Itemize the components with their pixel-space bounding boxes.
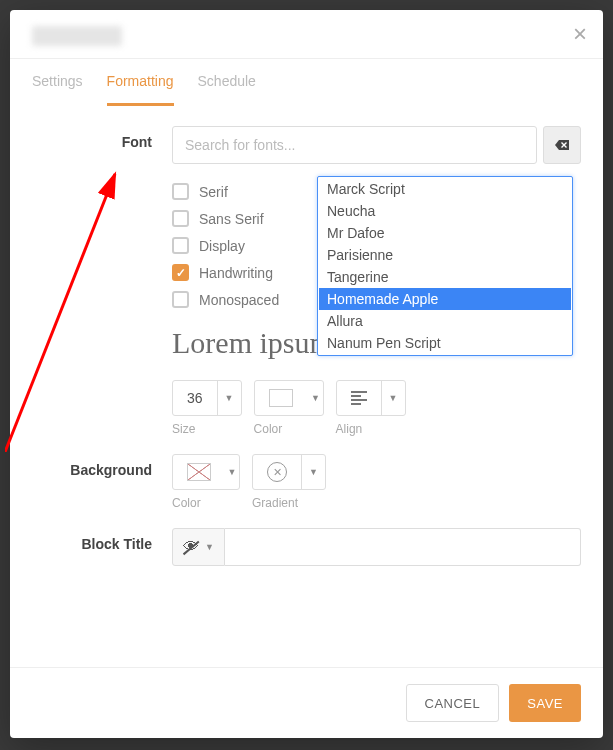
font-option-selected[interactable]: Homemade Apple (319, 288, 571, 310)
font-option[interactable]: Allura (319, 310, 571, 332)
chevron-down-icon[interactable]: ▼ (225, 455, 239, 489)
backspace-icon (555, 140, 569, 150)
font-search-input[interactable] (172, 126, 537, 164)
tab-settings[interactable]: Settings (32, 59, 83, 106)
modal-header (10, 10, 603, 59)
checkbox[interactable] (172, 264, 189, 281)
save-button[interactable]: SAVE (509, 684, 581, 722)
background-label: Background (32, 454, 172, 478)
checkbox[interactable] (172, 183, 189, 200)
chevron-down-icon[interactable]: ▼ (217, 381, 241, 415)
filter-label: Display (199, 238, 245, 254)
font-option[interactable]: Marck Script (319, 178, 571, 200)
modal-footer: CANCEL SAVE (10, 667, 603, 738)
align-label: Align (336, 422, 406, 436)
clear-search-button[interactable] (543, 126, 581, 164)
block-title-label: Block Title (32, 528, 172, 552)
font-option[interactable]: Tangerine (319, 266, 571, 288)
font-dropdown[interactable]: Marck Script Neucha Mr Dafoe Parisienne … (317, 176, 573, 356)
color-label: Color (254, 422, 324, 436)
bg-color-label: Color (172, 496, 240, 510)
tab-formatting[interactable]: Formatting (107, 59, 174, 106)
font-option[interactable]: Nanum Pen Script (319, 332, 571, 354)
font-option[interactable]: Mr Dafoe (319, 222, 571, 244)
size-value: 36 (173, 390, 217, 406)
logo (32, 26, 122, 46)
font-option[interactable]: Neucha (319, 200, 571, 222)
chevron-down-icon[interactable]: ▼ (309, 381, 323, 415)
close-icon[interactable]: × (573, 22, 587, 46)
chevron-down-icon: ▼ (205, 542, 214, 552)
font-option[interactable]: Parisienne (319, 244, 571, 266)
filter-label: Sans Serif (199, 211, 264, 227)
size-select[interactable]: 36 ▼ (172, 380, 242, 416)
none-icon: ✕ (267, 462, 287, 482)
chevron-down-icon[interactable]: ▼ (381, 381, 405, 415)
color-swatch (269, 389, 293, 407)
align-select[interactable]: ▼ (336, 380, 406, 416)
size-label: Size (172, 422, 242, 436)
checkbox[interactable] (172, 237, 189, 254)
align-left-icon (351, 391, 367, 405)
tab-schedule[interactable]: Schedule (198, 59, 256, 106)
tabs: Settings Formatting Schedule (10, 59, 603, 106)
no-color-icon (187, 463, 211, 481)
checkbox[interactable] (172, 210, 189, 227)
eye-off-icon: 👁 (183, 538, 199, 556)
bg-color-select[interactable]: ▼ (172, 454, 240, 490)
chevron-down-icon[interactable]: ▼ (301, 455, 325, 489)
font-label: Font (32, 126, 172, 150)
settings-modal: × Settings Formatting Schedule Font (10, 10, 603, 738)
filter-label: Serif (199, 184, 228, 200)
font-color-select[interactable]: ▼ (254, 380, 324, 416)
gradient-label: Gradient (252, 496, 326, 510)
filter-label: Handwriting (199, 265, 273, 281)
checkbox[interactable] (172, 291, 189, 308)
cancel-button[interactable]: CANCEL (406, 684, 500, 722)
gradient-select[interactable]: ✕ ▼ (252, 454, 326, 490)
block-title-input[interactable] (225, 528, 581, 566)
visibility-toggle[interactable]: 👁 ▼ (172, 528, 225, 566)
filter-label: Monospaced (199, 292, 279, 308)
